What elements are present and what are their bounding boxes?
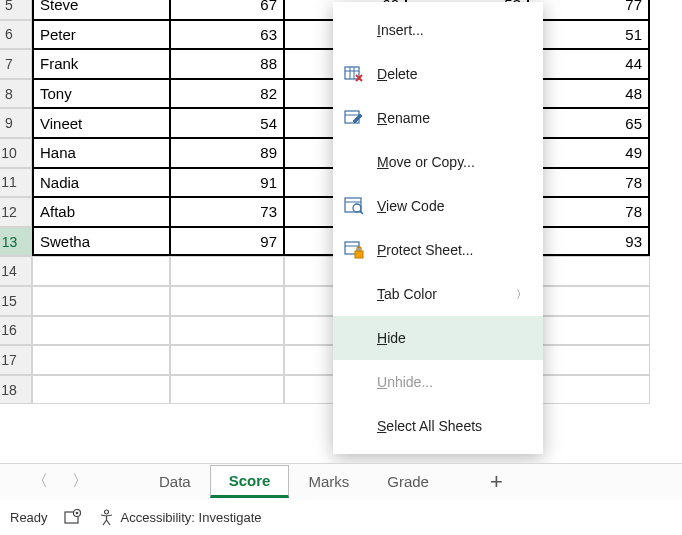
row-header[interactable]: 6: [0, 20, 32, 50]
row-header[interactable]: 7: [0, 49, 32, 79]
cell-value[interactable]: 78: [528, 197, 650, 227]
menu-insert[interactable]: Insert...: [333, 8, 543, 52]
menu-unhide-label: Unhide...: [377, 374, 527, 390]
cell-value[interactable]: [170, 256, 284, 286]
row-header[interactable]: 5: [0, 0, 32, 20]
blank-icon: [343, 19, 365, 41]
row-header[interactable]: 13: [0, 227, 32, 257]
cell-name[interactable]: Peter: [32, 20, 170, 50]
menu-tab-color[interactable]: Tab Color 〉: [333, 272, 543, 316]
tab-nav-prev[interactable]: 〈: [20, 467, 60, 496]
blank-icon: [343, 151, 365, 173]
status-bar: Ready Accessibility: Investigate: [0, 499, 682, 535]
menu-hide-label: Hide: [377, 330, 527, 346]
cell-value[interactable]: 49: [528, 138, 650, 168]
sheet-tab-marks[interactable]: Marks: [289, 466, 368, 497]
cell-value[interactable]: [528, 375, 650, 405]
view-code-icon: [343, 195, 365, 217]
row-header[interactable]: 8: [0, 79, 32, 109]
cell-name[interactable]: Frank: [32, 49, 170, 79]
cell-value[interactable]: 65: [528, 108, 650, 138]
menu-view-code-label: View Code: [377, 198, 527, 214]
sheet-tab-data[interactable]: Data: [140, 466, 210, 497]
cell-value[interactable]: 91: [170, 168, 284, 198]
cell-value[interactable]: 44: [528, 49, 650, 79]
chevron-right-icon: 〉: [516, 287, 527, 302]
cell-value[interactable]: 93: [528, 227, 650, 257]
cell-name[interactable]: Tony: [32, 79, 170, 109]
menu-hide[interactable]: Hide: [333, 316, 543, 360]
row-header[interactable]: 11: [0, 168, 32, 198]
cell-value[interactable]: 67: [170, 0, 284, 20]
menu-protect-sheet-label: Protect Sheet...: [377, 242, 527, 258]
cell-value[interactable]: 88: [170, 49, 284, 79]
cell-value[interactable]: 48: [528, 79, 650, 109]
blank-icon: [343, 415, 365, 437]
cell-value[interactable]: 51: [528, 20, 650, 50]
sheet-context-menu: Insert... Delete Rename Move or Copy... …: [333, 2, 543, 454]
cell-value[interactable]: [170, 286, 284, 316]
blank-icon: [343, 371, 365, 393]
cell-name[interactable]: [32, 345, 170, 375]
delete-sheet-icon: [343, 63, 365, 85]
menu-unhide: Unhide...: [333, 360, 543, 404]
sheet-tab-score[interactable]: Score: [210, 465, 290, 498]
menu-delete-label: Delete: [377, 66, 527, 82]
svg-line-9: [360, 211, 363, 214]
cell-value[interactable]: [528, 286, 650, 316]
cell-value[interactable]: 73: [170, 197, 284, 227]
row-header[interactable]: 14: [0, 256, 32, 286]
cell-value[interactable]: [170, 316, 284, 346]
cell-value[interactable]: 77: [528, 0, 650, 20]
row-header[interactable]: 15: [0, 286, 32, 316]
menu-move-copy[interactable]: Move or Copy...: [333, 140, 543, 184]
menu-view-code[interactable]: View Code: [333, 184, 543, 228]
cell-value[interactable]: 78: [528, 168, 650, 198]
cell-name[interactable]: [32, 286, 170, 316]
cell-value[interactable]: [170, 345, 284, 375]
blank-icon: [343, 283, 365, 305]
new-sheet-button[interactable]: +: [478, 467, 515, 497]
cell-value[interactable]: 89: [170, 138, 284, 168]
menu-insert-label: Insert...: [377, 22, 527, 38]
cell-name[interactable]: Aftab: [32, 197, 170, 227]
cell-name[interactable]: [32, 316, 170, 346]
macro-record-icon[interactable]: [64, 509, 82, 526]
sheet-tab-strip: 〈 〉 Data Score Marks Grade +: [0, 463, 682, 499]
row-header[interactable]: 12: [0, 197, 32, 227]
row-header[interactable]: 18: [0, 375, 32, 405]
cell-value[interactable]: [528, 256, 650, 286]
row-header[interactable]: 9: [0, 108, 32, 138]
cell-name[interactable]: Hana: [32, 138, 170, 168]
cell-value[interactable]: [528, 316, 650, 346]
menu-select-all-sheets-label: Select All Sheets: [377, 418, 527, 434]
cell-name[interactable]: [32, 375, 170, 405]
cell-value[interactable]: 54: [170, 108, 284, 138]
menu-protect-sheet[interactable]: Protect Sheet...: [333, 228, 543, 272]
cell-name[interactable]: Vineet: [32, 108, 170, 138]
accessibility-status[interactable]: Accessibility: Investigate: [98, 509, 262, 526]
menu-tab-color-label: Tab Color: [377, 286, 504, 302]
menu-delete[interactable]: Delete: [333, 52, 543, 96]
cell-name[interactable]: Swetha: [32, 227, 170, 257]
row-header[interactable]: 10: [0, 138, 32, 168]
menu-rename[interactable]: Rename: [333, 96, 543, 140]
row-header[interactable]: 17: [0, 345, 32, 375]
sheet-tab-grade[interactable]: Grade: [368, 466, 448, 497]
cell-value[interactable]: 63: [170, 20, 284, 50]
cell-value[interactable]: [170, 375, 284, 405]
svg-point-8: [353, 204, 361, 212]
cell-value[interactable]: 97: [170, 227, 284, 257]
cell-name[interactable]: Nadia: [32, 168, 170, 198]
svg-point-16: [104, 510, 108, 514]
blank-icon: [343, 327, 365, 349]
cell-name[interactable]: [32, 256, 170, 286]
cell-value[interactable]: 82: [170, 79, 284, 109]
tab-nav-next[interactable]: 〉: [60, 467, 100, 496]
menu-select-all-sheets[interactable]: Select All Sheets: [333, 404, 543, 448]
cell-value[interactable]: [528, 345, 650, 375]
svg-rect-12: [355, 251, 363, 258]
accessibility-icon: [98, 509, 115, 526]
row-header[interactable]: 16: [0, 316, 32, 346]
cell-name[interactable]: Steve: [32, 0, 170, 20]
